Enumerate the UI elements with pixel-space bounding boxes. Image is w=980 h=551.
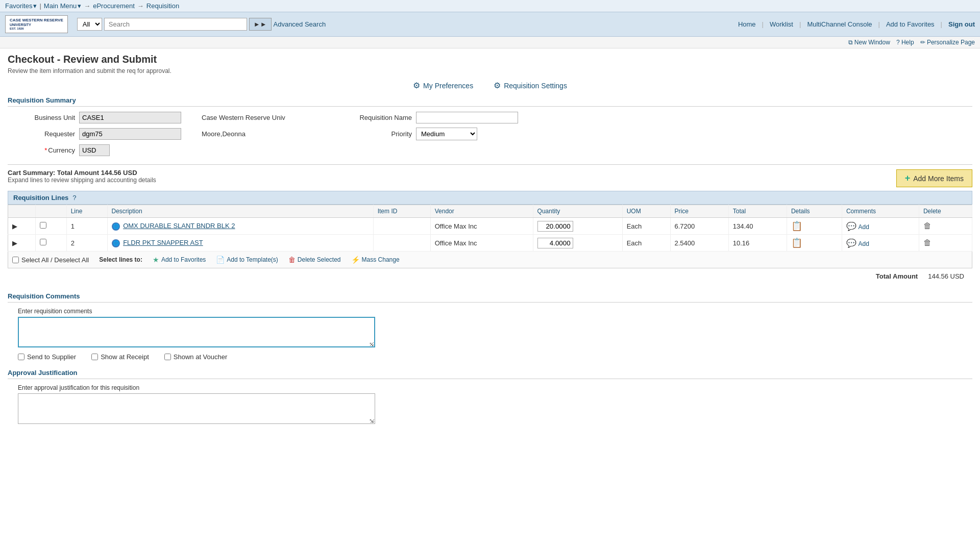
- plus-icon: +: [905, 173, 911, 184]
- cart-summary: Cart Summary: Total Amount 144.56 USD Ex…: [8, 169, 972, 188]
- requisition-summary-title: Requisition Summary: [8, 96, 972, 107]
- select-all-label[interactable]: Select All / Deselect All: [12, 256, 89, 264]
- logo-area: CASE WESTERN RESERVE UNIVERSITY EST. 182…: [5, 15, 68, 33]
- advanced-search-link[interactable]: Advanced Search: [274, 20, 326, 28]
- main-menu[interactable]: Main Menu: [44, 2, 77, 10]
- personalize-link[interactable]: ✏ Personalize Page: [920, 39, 975, 46]
- col-line: Line: [66, 205, 107, 218]
- item-link-1[interactable]: OMX DURABLE SLANT BNDR BLK 2: [123, 222, 235, 230]
- col-item-id: Item ID: [373, 205, 430, 218]
- add-comment-link-1[interactable]: Add: [859, 223, 869, 231]
- requester-label: Requester: [8, 130, 79, 138]
- total-amount-label: Total Amount: [876, 272, 918, 280]
- requisition-settings-link[interactable]: ⚙ Requisition Settings: [494, 81, 567, 90]
- comments-textarea[interactable]: [18, 317, 375, 347]
- line-number-2: 2: [66, 235, 107, 252]
- approval-section: Approval Justification Enter approval ju…: [8, 369, 972, 425]
- settings-icon: ⚙: [494, 81, 501, 90]
- col-quantity: Quantity: [533, 205, 622, 218]
- help-link[interactable]: ? Help: [896, 39, 914, 46]
- col-checkbox: [36, 205, 66, 218]
- req-lines-help-icon[interactable]: ?: [72, 194, 76, 202]
- requisition-breadcrumb: Requisition: [146, 2, 179, 10]
- add-to-favorites-header-link[interactable]: Add to Favorites: [886, 20, 935, 28]
- comments-label: Enter requisition comments: [18, 308, 972, 315]
- quantity-2[interactable]: [533, 235, 622, 252]
- price-1: 6.7200: [670, 218, 728, 235]
- favorites-dropdown-icon[interactable]: ▾: [33, 2, 37, 10]
- select-all-checkbox[interactable]: [12, 257, 19, 263]
- preferences-bar: ⚙ My Preferences ⚙ Requisition Settings: [8, 81, 972, 90]
- sign-out-link[interactable]: Sign out: [948, 20, 975, 28]
- resize-handle-comments[interactable]: ⤡: [369, 341, 374, 348]
- requisition-settings-label: Requisition Settings: [504, 82, 567, 90]
- send-to-supplier-checkbox[interactable]: [18, 354, 24, 360]
- approval-textarea[interactable]: [18, 393, 375, 424]
- university-logo: CASE WESTERN RESERVE UNIVERSITY EST. 182…: [5, 15, 68, 33]
- req-name-label: Requisition Name: [324, 114, 416, 121]
- quantity-1[interactable]: [533, 218, 622, 235]
- comments-cell-1: 💬 Add: [842, 218, 919, 235]
- add-comment-link-2[interactable]: Add: [859, 240, 869, 247]
- search-input[interactable]: [104, 18, 247, 31]
- my-preferences-link[interactable]: ⚙ My Preferences: [413, 81, 473, 90]
- search-category-select[interactable]: All: [77, 18, 102, 31]
- delete-selected-link[interactable]: 🗑 Delete Selected: [288, 256, 341, 264]
- eprocurement-link[interactable]: eProcurement: [93, 2, 135, 10]
- item-link-2[interactable]: FLDR PKT SNAPPER AST: [123, 239, 203, 246]
- multichannel-link[interactable]: MultiChannel Console: [807, 20, 872, 28]
- delete-icon: 🗑: [288, 256, 296, 264]
- worklist-link[interactable]: Worklist: [770, 20, 793, 28]
- utility-bar: ⧉ New Window ? Help ✏ Personalize Page: [0, 37, 980, 48]
- expand-icon-2[interactable]: ▶: [8, 235, 36, 252]
- requester-input[interactable]: [79, 128, 181, 140]
- col-delete: Delete: [919, 205, 972, 218]
- favorites-icon: ★: [153, 256, 159, 264]
- add-to-template-link[interactable]: 📄 Add to Template(s): [216, 256, 278, 264]
- item-id-1: [373, 218, 430, 235]
- add-more-items-button[interactable]: + Add More Items: [896, 169, 972, 187]
- add-to-favorites-link[interactable]: ★ Add to Favorites: [153, 256, 206, 264]
- business-unit-label: Business Unit: [8, 114, 79, 121]
- table-row: ▶ 2 🌐 FLDR PKT SNAPPER AST Office Max In…: [8, 235, 972, 252]
- currency-input[interactable]: [79, 144, 110, 156]
- col-price: Price: [670, 205, 728, 218]
- resize-handle-approval[interactable]: ⤡: [369, 417, 374, 424]
- mass-change-link[interactable]: ⚡ Mass Change: [351, 256, 400, 264]
- my-preferences-label: My Preferences: [423, 82, 473, 90]
- quantity-input-1[interactable]: [537, 221, 573, 232]
- approval-label: Enter approval justification for this re…: [18, 384, 972, 391]
- expand-icon-1[interactable]: ▶: [8, 218, 36, 235]
- priority-select[interactable]: High Medium Low: [416, 128, 477, 140]
- approval-section-title: Approval Justification: [8, 369, 972, 379]
- comment-icon-2[interactable]: 💬: [846, 239, 856, 247]
- home-link[interactable]: Home: [738, 20, 756, 28]
- show-at-receipt-checkbox[interactable]: [91, 354, 98, 360]
- favorites-menu[interactable]: Favorites: [5, 2, 32, 10]
- col-expand: [8, 205, 36, 218]
- new-window-link[interactable]: ⧉ New Window: [848, 39, 890, 46]
- req-name-input[interactable]: [416, 112, 518, 123]
- preferences-icon: ⚙: [413, 81, 420, 90]
- row-checkbox-1[interactable]: [36, 218, 66, 235]
- comments-section-title: Requisition Comments: [8, 292, 972, 303]
- search-button[interactable]: ►►: [249, 18, 272, 31]
- details-icon-2[interactable]: 📋: [787, 235, 842, 252]
- show-at-receipt-label[interactable]: Show at Receipt: [91, 353, 149, 361]
- delete-cell-1[interactable]: 🗑: [919, 218, 972, 235]
- main-menu-dropdown-icon[interactable]: ▾: [78, 2, 81, 10]
- quantity-input-2[interactable]: [537, 238, 573, 248]
- expand-text: Expand lines to review shipping and acco…: [8, 177, 156, 184]
- row-checkbox-2[interactable]: [36, 235, 66, 252]
- help-icon: ?: [896, 39, 900, 46]
- add-more-label: Add More Items: [913, 174, 964, 183]
- shown-at-voucher-checkbox[interactable]: [164, 354, 171, 360]
- send-to-supplier-label[interactable]: Send to Supplier: [18, 353, 76, 361]
- comment-icon-1[interactable]: 💬: [846, 222, 856, 231]
- shown-at-voucher-label[interactable]: Shown at Voucher: [164, 353, 228, 361]
- business-unit-input[interactable]: [79, 112, 181, 123]
- main-content: Checkout - Review and Submit Review the …: [0, 48, 980, 431]
- add-to-template-label: Add to Template(s): [227, 256, 278, 263]
- details-icon-1[interactable]: 📋: [787, 218, 842, 235]
- delete-cell-2[interactable]: 🗑: [919, 235, 972, 252]
